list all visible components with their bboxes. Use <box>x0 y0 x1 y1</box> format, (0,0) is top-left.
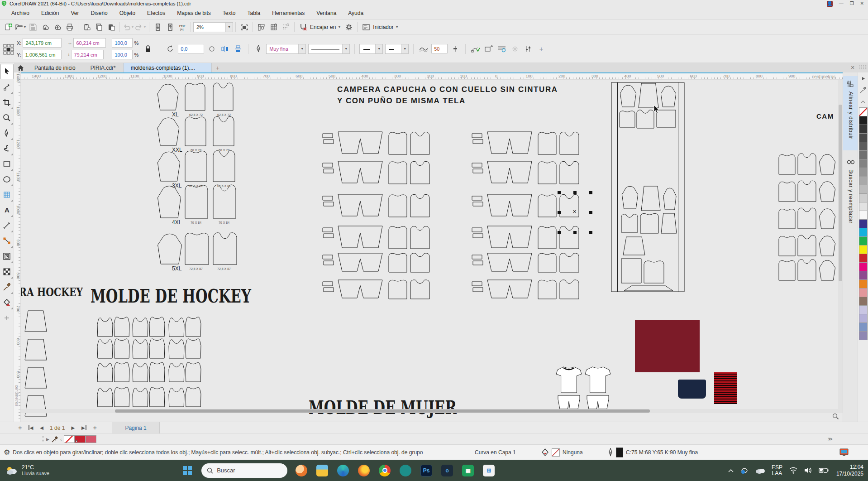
pattern-shape-torso[interactable] <box>388 279 407 299</box>
zoom-level-combo[interactable]: 2%▼ <box>193 22 233 32</box>
palette-swatch-#707070[interactable] <box>859 150 868 159</box>
docpal-grip[interactable] <box>42 436 44 443</box>
pdf-publish-button[interactable]: PDF[A] <box>176 21 188 33</box>
pattern-shape-trap[interactable] <box>24 339 47 361</box>
palette-swatch-#a9a9a9[interactable] <box>859 176 868 185</box>
pattern-shape-tank[interactable] <box>168 339 185 359</box>
fabric-swatch-striped[interactable] <box>714 372 737 404</box>
pattern-shape-sleeve[interactable] <box>621 185 639 209</box>
transparency-tool-icon[interactable] <box>0 264 14 279</box>
pattern-shape-torsoDeep[interactable] <box>213 231 237 265</box>
docpal-scroll-left[interactable]: ‹ <box>60 437 62 442</box>
zoom-tool-icon[interactable] <box>0 110 14 125</box>
options-gear-button[interactable] <box>343 21 355 33</box>
pattern-shape-tee[interactable] <box>556 366 582 393</box>
menu-ventana[interactable]: Ventana <box>310 8 342 19</box>
wifi-icon[interactable] <box>786 460 801 481</box>
line-style-combo[interactable]: ▼ <box>308 44 350 54</box>
pattern-shape-tankBack[interactable] <box>114 338 130 359</box>
tray-chevron-icon[interactable] <box>725 460 737 481</box>
pattern-shape-torso[interactable] <box>644 259 664 284</box>
save-button[interactable] <box>27 21 39 33</box>
launcher-dropdown-arrow[interactable]: ▼ <box>396 25 399 29</box>
tray-onedrive-icon[interactable] <box>752 460 768 481</box>
minimize-button[interactable]: — <box>839 1 844 6</box>
pattern-shape-rect[interactable] <box>322 227 333 232</box>
next-page-button[interactable]: ▶ <box>67 423 78 433</box>
volume-icon[interactable] <box>801 460 816 481</box>
propbar-overflow-button[interactable]: + <box>536 43 547 54</box>
palette-swatch-#8d4a8f[interactable] <box>859 271 868 280</box>
pattern-shape-trap[interactable] <box>641 186 661 211</box>
artistic-media-tool-icon[interactable] <box>0 141 14 156</box>
pattern-shape-rect[interactable] <box>472 202 483 207</box>
pattern-shape-torso[interactable] <box>388 193 407 217</box>
freehand-tool-icon[interactable] <box>0 125 14 141</box>
fabric-swatch-navy[interactable] <box>678 380 706 399</box>
pick-tool-icon[interactable] <box>0 64 14 79</box>
pattern-shape-rect[interactable] <box>472 139 483 144</box>
pattern-shape-tank[interactable] <box>97 387 113 407</box>
docpal-swatch-#d6556b[interactable] <box>86 435 96 443</box>
snap-to-button[interactable] <box>297 21 309 33</box>
dimension-tool-icon[interactable] <box>0 218 14 233</box>
pattern-shape-tee[interactable] <box>585 366 611 393</box>
export-button[interactable] <box>164 21 176 33</box>
pattern-shape-pants[interactable] <box>338 253 383 272</box>
palette-scroll-up-icon[interactable] <box>858 72 868 84</box>
cloud-download-button[interactable] <box>39 21 51 33</box>
v-scroll-thumb[interactable] <box>839 105 842 281</box>
pattern-shape-torso[interactable] <box>388 160 407 184</box>
freeze-transparency-button[interactable] <box>510 43 520 54</box>
pattern-shape-tank[interactable] <box>132 387 148 407</box>
selection-handle[interactable] <box>558 231 561 234</box>
pattern-shape-rect[interactable] <box>323 139 334 144</box>
pattern-shape-sleeve[interactable] <box>156 82 180 111</box>
palette-swatch-#14b1dc[interactable] <box>859 228 868 237</box>
launcher-button[interactable] <box>360 21 372 33</box>
proof-colors-icon[interactable] <box>839 448 849 457</box>
pattern-shape-torsoDeep[interactable] <box>410 130 430 155</box>
mirror-horizontal-button[interactable] <box>219 43 230 54</box>
outlook-icon[interactable]: o <box>437 460 458 481</box>
shape-tool-icon[interactable] <box>0 79 14 95</box>
palette-swatch-#7d95c4[interactable] <box>859 322 868 332</box>
palette-swatch-#cfcfcf[interactable] <box>859 193 868 202</box>
cloud-upload-button[interactable] <box>51 21 63 33</box>
show-guidelines-button[interactable] <box>280 21 292 33</box>
rectangle-tool-icon[interactable] <box>0 156 14 172</box>
palette-swatch-#969696[interactable] <box>859 168 868 177</box>
reduce-nodes-button[interactable] <box>470 43 481 54</box>
pattern-shape-sleeve[interactable] <box>818 180 836 202</box>
pattern-shape-torso[interactable] <box>185 183 208 219</box>
pattern-shape-torsoDeep[interactable] <box>559 279 579 299</box>
palette-swatch-#5d5d5d[interactable] <box>859 142 868 151</box>
pattern-shape-torso[interactable] <box>538 193 557 217</box>
interactive-fill-tool-icon[interactable] <box>0 295 14 310</box>
pattern-shape-rect[interactable] <box>322 133 333 138</box>
store-app-icon[interactable]: ⊞ <box>478 460 499 481</box>
pattern-shape-tankBack[interactable] <box>185 361 201 382</box>
menu-tabla[interactable]: Tabla <box>242 8 267 19</box>
pattern-shape-torso[interactable] <box>388 252 407 273</box>
pattern-shape-pants[interactable] <box>338 161 383 183</box>
pattern-shape-sleeve[interactable] <box>156 232 183 265</box>
object-origin-picker[interactable] <box>3 43 14 55</box>
mirror-vertical-button[interactable] <box>233 43 243 54</box>
pattern-shape-sleeve[interactable] <box>663 187 677 210</box>
add-page-button[interactable]: ＋ <box>14 423 25 433</box>
taskbar-clock[interactable]: 12:04 17/10/2025 <box>832 464 868 477</box>
pattern-shape-tank[interactable] <box>97 339 113 359</box>
pattern-shape-tank[interactable] <box>132 362 148 382</box>
pattern-shape-tankBack[interactable] <box>114 361 130 382</box>
docker-tab-0[interactable]: Alinear y distribuir <box>843 76 858 150</box>
palette-swatch-#c9c6e3[interactable] <box>859 305 868 314</box>
pattern-shape-rect[interactable] <box>323 287 334 292</box>
outline-width-combo[interactable]: Muy fina▼ <box>266 44 306 54</box>
pattern-shape-rect[interactable] <box>472 133 482 138</box>
pattern-shape-rect[interactable] <box>472 281 482 286</box>
pattern-shape-torso[interactable] <box>538 225 557 249</box>
palette-swatch-#f7f7f7[interactable] <box>859 211 868 220</box>
prev-page-button[interactable]: ◀ <box>36 423 47 433</box>
object-properties-button[interactable] <box>523 43 534 54</box>
